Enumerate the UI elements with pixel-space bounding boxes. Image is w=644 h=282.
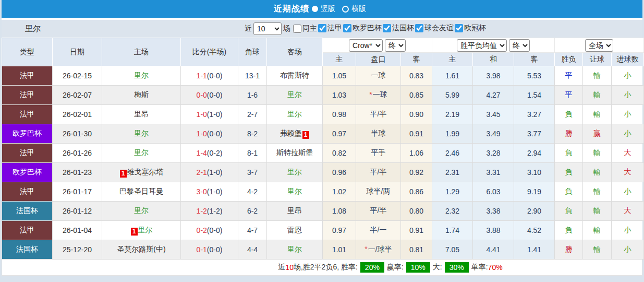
lose-odds: 3.77 xyxy=(514,124,555,144)
corner-cell: 4-4 xyxy=(238,240,267,260)
league-checkbox[interactable] xyxy=(415,24,423,32)
match-row: 法国杯25-12-20圣莫尔路斯(中)0-1(0-0)4-4里尔1.01*一/球… xyxy=(2,240,644,260)
draw-odds: 3.28 xyxy=(473,144,514,163)
full-score: 0-1 xyxy=(197,245,207,254)
league-checkbox[interactable] xyxy=(343,24,351,32)
league-filter-2[interactable]: 法国杯 xyxy=(382,24,414,33)
handicap-cell: 平/半 xyxy=(356,163,401,182)
team-name-text: 里尔 xyxy=(134,206,149,215)
goals-result-cell: 小 xyxy=(612,221,644,240)
away-team-cell: 弗赖堡1 xyxy=(267,124,323,144)
corner-cell: 3-7 xyxy=(238,163,267,182)
summary-count: 10 xyxy=(285,263,294,272)
league-checkbox[interactable] xyxy=(383,24,391,32)
match-row: 法甲26-01-26里尔1-4(0-2)8-1斯特拉斯堡0.82平手1.062.… xyxy=(2,144,644,163)
crow-home-odds: 0.96 xyxy=(323,163,356,182)
half-score: (0-0) xyxy=(207,130,223,138)
handicap-cell: 球半/两 xyxy=(356,182,401,202)
sub-header-handicap-away: 客 xyxy=(401,53,432,66)
date-cell: 26-02-15 xyxy=(53,66,102,86)
handicap-star: * xyxy=(364,245,367,253)
horizontal-layout-radio[interactable] xyxy=(342,6,349,13)
handicap-result-cell: 輸 xyxy=(583,221,612,240)
vertical-layout-radio[interactable] xyxy=(312,6,318,12)
crow-away-odds: 1.06 xyxy=(401,144,432,163)
win-odds: 2.32 xyxy=(432,202,473,221)
draw-odds: 3.31 xyxy=(473,163,514,182)
goals-result-cell: 大 xyxy=(612,144,644,163)
draw-odds: 6.03 xyxy=(473,182,514,202)
full-match-select[interactable]: 全场 xyxy=(585,39,613,52)
team-name-text: 里尔 xyxy=(287,187,302,195)
score-cell: 3-0(1-0) xyxy=(181,182,238,202)
team-name-text: 里尔 xyxy=(138,226,153,234)
team-name: 里尔 xyxy=(25,24,41,34)
date-cell: 26-01-23 xyxy=(53,163,102,182)
date-cell: 25-12-20 xyxy=(53,240,102,260)
crow-away-odds: 0.91 xyxy=(401,221,432,240)
team-name-text: 里尔 xyxy=(287,110,302,118)
vertical-layout-label[interactable]: 竖版 xyxy=(321,4,335,14)
type-cell: 欧罗巴杯 xyxy=(2,163,53,182)
score-cell: 1-4(0-2) xyxy=(181,144,238,163)
league-filter-4[interactable]: 欧冠杯 xyxy=(454,24,486,33)
goals-result-cell: 小 xyxy=(612,240,644,260)
result-cell: 負 xyxy=(555,105,583,124)
away-team-cell: 斯特拉斯堡 xyxy=(267,144,323,163)
date-cell: 26-01-30 xyxy=(53,124,102,144)
title-bar: 近期战绩 竖版 横版 xyxy=(2,0,642,18)
win-rate-badge: 20% xyxy=(360,262,384,273)
sub-header-odds-home: 主 xyxy=(432,53,473,66)
crow-home-odds: 0.97 xyxy=(323,124,356,144)
date-cell: 26-01-04 xyxy=(53,221,102,240)
team-name-text: 里尔 xyxy=(134,148,149,157)
handicap-result-cell: 輸 xyxy=(583,182,612,202)
half-score: (1-0) xyxy=(207,187,223,196)
result-cell: 勝 xyxy=(555,240,583,260)
full-score: 3-0 xyxy=(197,187,207,196)
home-team-cell: 里尔 xyxy=(102,144,181,163)
match-count-select[interactable]: 10 xyxy=(253,22,282,35)
handicap-result-cell: 輸 xyxy=(583,66,612,86)
horizontal-layout-label[interactable]: 横版 xyxy=(351,4,366,14)
win-odds: 7.05 xyxy=(432,240,473,260)
crow-away-odds: 0.91 xyxy=(401,124,432,144)
bookmaker-select[interactable]: Crow* xyxy=(349,39,383,52)
league-checkbox[interactable] xyxy=(318,24,326,32)
crow-away-odds: 0.83 xyxy=(401,66,432,86)
handicap-dropdown-cell: Crow* 终 xyxy=(323,38,432,53)
away-team-cell: 里尔 xyxy=(267,86,323,105)
league-filter-0[interactable]: 法甲 xyxy=(317,24,342,33)
draw-odds: 4.41 xyxy=(473,240,514,260)
away-team-cell: 里尔 xyxy=(267,182,323,202)
win-odds: 2.31 xyxy=(432,163,473,182)
win-odds: 2.46 xyxy=(432,144,473,163)
odds-type-select[interactable]: 胜平负均值 xyxy=(457,39,507,52)
summary-text: 场,胜2平2负6, 胜率: xyxy=(294,263,358,272)
match-row: 欧罗巴杯26-01-231维戈塞尔塔2-1(1-0)3-7里尔0.96平/半0.… xyxy=(2,163,644,182)
home-team-cell: 里尔 xyxy=(102,202,181,221)
handicap-cell: 平手 xyxy=(356,144,401,163)
score-cell: 1-0(1-0) xyxy=(181,105,238,124)
crow-away-odds: 0.90 xyxy=(401,105,432,124)
corner-cell: 13-1 xyxy=(238,66,267,86)
handicap-time-select[interactable]: 终 xyxy=(385,39,406,52)
same-venue-filter[interactable]: 同主 xyxy=(292,24,317,33)
score-cell: 1-1(0-0) xyxy=(181,66,238,86)
col-header-type: 类型 xyxy=(2,38,53,66)
same-venue-checkbox[interactable] xyxy=(293,25,301,33)
team-name-text: 里尔 xyxy=(134,71,149,79)
goals-result-cell: 小 xyxy=(612,66,644,86)
league-filter-3[interactable]: 球会友谊 xyxy=(414,24,454,33)
league-filter-1[interactable]: 欧罗巴杯 xyxy=(342,24,382,33)
league-label: 法国杯 xyxy=(392,24,414,33)
league-checkbox[interactable] xyxy=(455,24,463,32)
full-score: 0-2 xyxy=(197,226,207,234)
draw-odds: 3.88 xyxy=(473,221,514,240)
away-team-cell: 雷恩 xyxy=(267,221,323,240)
full-score: 1-4 xyxy=(197,149,207,157)
result-cell: 負 xyxy=(555,163,583,182)
goals-result-cell: 小 xyxy=(612,86,644,105)
half-score: (1-0) xyxy=(207,168,223,177)
odds-time-select[interactable]: 终 xyxy=(509,39,530,52)
